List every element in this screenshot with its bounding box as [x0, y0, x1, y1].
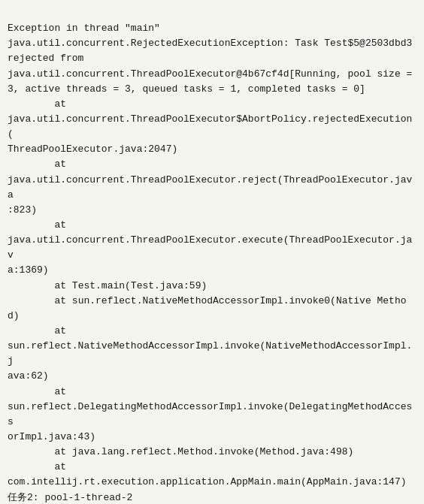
console-line: rejected from — [8, 51, 416, 66]
console-line: a:1369) — [8, 263, 416, 278]
console-line: :823) — [8, 203, 416, 218]
console-line: 3, active threads = 3, queued tasks = 1,… — [8, 82, 416, 97]
console-line: ava:62) — [8, 369, 416, 384]
console-line: at — [8, 157, 416, 172]
console-line: at — [8, 218, 416, 233]
console-line: sun.reflect.NativeMethodAccessorImpl.inv… — [8, 339, 416, 369]
console-line: at — [8, 460, 416, 475]
console-line: 任务2: pool-1-thread-2 — [8, 490, 416, 505]
console-line: java.util.concurrent.ThreadPoolExecutor.… — [8, 173, 416, 203]
console-line: at java.lang.reflect.Method.invoke(Metho… — [8, 445, 416, 460]
console-line: Exception in thread "main" — [8, 21, 416, 36]
console-line: java.util.concurrent.RejectedExecutionEx… — [8, 36, 416, 51]
console-line: at sun.reflect.NativeMethodAccessorImpl.… — [8, 294, 416, 324]
console-line: sun.reflect.DelegatingMethodAccessorImpl… — [8, 400, 416, 430]
console-line: at Test.main(Test.java:59) — [8, 279, 416, 294]
console-line: ThreadPoolExecutor.java:2047) — [8, 142, 416, 157]
console-line: at — [8, 97, 416, 112]
console-line: com.intellij.rt.execution.application.Ap… — [8, 475, 416, 490]
console-line: java.util.concurrent.ThreadPoolExecutor$… — [8, 112, 416, 142]
console-line: orImpl.java:43) — [8, 430, 416, 445]
console-line: java.util.concurrent.ThreadPoolExecutor@… — [8, 67, 416, 82]
console-line: at — [8, 385, 416, 400]
console-line: at — [8, 324, 416, 339]
console-line: java.util.concurrent.ThreadPoolExecutor.… — [8, 233, 416, 263]
console-output: Exception in thread "main"java.util.conc… — [8, 6, 416, 504]
